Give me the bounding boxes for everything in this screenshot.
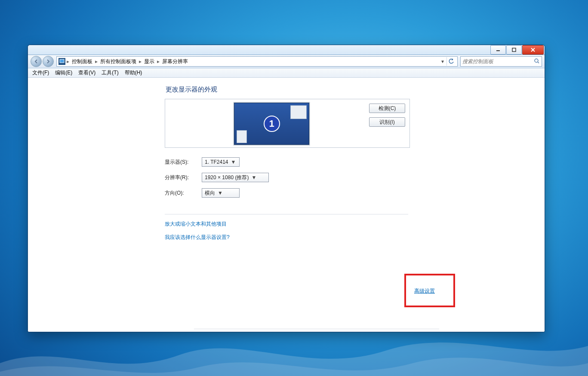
display-preview: 1 检测(C) 识别(I) xyxy=(165,99,410,148)
link-text-scaling[interactable]: 放大或缩小文本和其他项目 xyxy=(165,220,410,228)
label-resolution: 分辨率(R): xyxy=(165,174,202,181)
chevron-down-icon: ▼ xyxy=(218,190,223,196)
minimize-button[interactable] xyxy=(490,45,506,55)
page-title: 更改显示器的外观 xyxy=(166,86,410,94)
display-settings-form: 显示器(S): 1. TF2414 ▼ 分辨率(R): 1920 × 1080 … xyxy=(165,157,410,198)
label-orientation: 方向(O): xyxy=(165,190,202,197)
nav-back-button[interactable] xyxy=(31,56,42,67)
chevron-down-icon: ▼ xyxy=(251,174,256,180)
chevron-down-icon: ▼ xyxy=(231,159,236,165)
chevron-right-icon: ▸ xyxy=(95,58,98,64)
monitor-thumbnail[interactable]: 1 xyxy=(233,102,310,146)
address-bar: ▸ 控制面板 ▸ 所有控制面板项 ▸ 显示 ▸ 屏幕分辨率 ▾ 搜索控制面板 xyxy=(28,55,545,68)
location-bar[interactable]: ▸ 控制面板 ▸ 所有控制面板项 ▸ 显示 ▸ 屏幕分辨率 ▾ xyxy=(56,56,458,67)
breadcrumb-item[interactable]: 屏幕分辨率 xyxy=(161,58,189,65)
close-button[interactable] xyxy=(522,45,544,55)
menu-tools[interactable]: 工具(T) xyxy=(102,69,118,76)
window-titlebar xyxy=(28,45,545,55)
client-area: 更改显示器的外观 1 检测(C) 识别(I) 显示器(S): 1. TF2414… xyxy=(28,78,545,332)
resolution-select[interactable]: 1920 × 1080 (推荐) ▼ xyxy=(202,173,269,182)
preview-window-icon xyxy=(290,105,307,119)
display-number-badge: 1 xyxy=(264,116,280,132)
chevron-right-icon: ▸ xyxy=(139,58,142,64)
svg-rect-0 xyxy=(512,48,516,52)
identify-button[interactable]: 识别(I) xyxy=(369,117,405,127)
search-placeholder: 搜索控制面板 xyxy=(462,58,493,65)
label-display: 显示器(S): xyxy=(165,159,202,166)
svg-rect-1 xyxy=(60,59,64,63)
display-select[interactable]: 1. TF2414 ▼ xyxy=(202,157,240,167)
chevron-right-icon: ▸ xyxy=(157,58,160,64)
orientation-select-value: 横向 xyxy=(205,190,215,197)
nav-forward-button[interactable] xyxy=(43,56,54,67)
chevron-down-icon[interactable]: ▾ xyxy=(441,58,444,64)
control-panel-icon xyxy=(58,58,65,65)
control-panel-window: ▸ 控制面板 ▸ 所有控制面板项 ▸ 显示 ▸ 屏幕分辨率 ▾ 搜索控制面板 文… xyxy=(28,45,545,332)
menu-file[interactable]: 文件(F) xyxy=(32,69,49,76)
menu-bar: 文件(F) 编辑(E) 查看(V) 工具(T) 帮助(H) xyxy=(28,68,545,78)
search-input[interactable]: 搜索控制面板 xyxy=(460,56,542,67)
dialog-footer: 确定 取消 应用(A) xyxy=(194,329,439,332)
menu-view[interactable]: 查看(V) xyxy=(78,69,95,76)
svg-point-2 xyxy=(535,59,538,62)
divider xyxy=(165,214,408,214)
refresh-button[interactable] xyxy=(446,57,456,66)
menu-help[interactable]: 帮助(H) xyxy=(125,69,142,76)
breadcrumb-item[interactable]: 控制面板 xyxy=(71,58,94,65)
detect-button[interactable]: 检测(C) xyxy=(369,104,405,113)
display-select-value: 1. TF2414 xyxy=(205,159,228,165)
orientation-select[interactable]: 横向 ▼ xyxy=(202,188,240,198)
menu-edit[interactable]: 编辑(E) xyxy=(55,69,72,76)
link-display-help[interactable]: 我应该选择什么显示器设置? xyxy=(165,234,410,241)
search-icon xyxy=(534,58,540,65)
maximize-button[interactable] xyxy=(506,45,522,55)
breadcrumb-item[interactable]: 所有控制面板项 xyxy=(99,58,138,65)
resolution-select-value: 1920 × 1080 (推荐) xyxy=(205,174,249,181)
advanced-settings-link[interactable]: 高级设置 xyxy=(414,287,435,295)
chevron-right-icon: ▸ xyxy=(67,58,69,64)
preview-window-icon xyxy=(237,130,247,143)
breadcrumb-item[interactable]: 显示 xyxy=(143,58,156,65)
